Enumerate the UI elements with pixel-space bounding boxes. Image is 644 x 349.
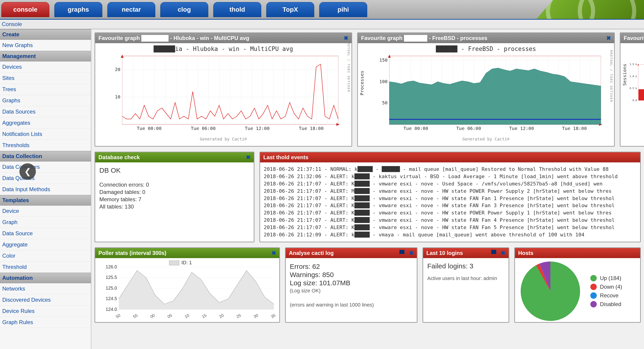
panel-last-logins: Last 10 logins ✖ Failed logins: 3 Active…	[422, 247, 509, 323]
window-icon[interactable]	[491, 250, 496, 254]
svg-text:0.5 k: 0.5 k	[630, 87, 637, 90]
panel-analyse-log: Analyse cacti log ✖ Errors: 62Warnings: …	[285, 247, 418, 323]
sidebar-item-trees[interactable]: Trees	[0, 84, 91, 95]
svg-text:124.0: 124.0	[106, 307, 117, 312]
tab-clog[interactable]: clog	[160, 2, 208, 17]
svg-text:0.0: 0.0	[632, 99, 637, 102]
sidebar-item-data-input-methods[interactable]: Data Input Methods	[0, 184, 91, 195]
svg-text:15: 15	[201, 313, 207, 319]
panel-fav-graph-2: Favourite graph ██████ - FreeBSD - proce…	[357, 32, 615, 147]
graph-poller[interactable]: ID: 1124.0124.5125.0125.5126.05055000510…	[98, 260, 276, 319]
panel-fav-graph-1: Favourite graph ███████ - Hluboka - win …	[94, 32, 352, 147]
svg-text:Tue 06:00: Tue 06:00	[456, 126, 481, 131]
event-row: 2018-06-26 21:17:07 - ALERT: K█████ - vm…	[264, 195, 636, 202]
sidebar-item-thresholds[interactable]: Thresholds	[0, 140, 91, 151]
legend-swatch	[590, 284, 597, 290]
svg-rect-74	[169, 260, 179, 265]
dashboard-content: Favourite graph ███████ - Hluboka - win …	[91, 29, 644, 349]
event-row: 2018-06-26 21:12:09 - ALERT: k█████ - vm…	[264, 231, 636, 238]
panel-title: Database check	[98, 154, 140, 160]
close-icon[interactable]: ✖	[409, 250, 414, 256]
sidebar-item-devices[interactable]: Devices	[0, 62, 91, 73]
panel-thold-events: Last thold events 2018-06-26 21:37:11 - …	[260, 152, 641, 242]
sidebar-item-graphs[interactable]: Graphs	[0, 95, 91, 106]
legend-label: Up (184)	[600, 275, 621, 282]
sidebar-item-data-collectors[interactable]: Data Collectors	[0, 162, 91, 173]
graph-sessions[interactable]: 0.00.5 k1.0 k1.5 k	[624, 46, 644, 123]
sidebar-item-color[interactable]: Color	[0, 250, 91, 262]
legend-row: Up (184)	[590, 275, 622, 282]
tab-pihi[interactable]: pihi	[319, 2, 367, 17]
db-line: Connection errors: 0	[99, 182, 250, 188]
active-users: Active users in last hour: admin	[427, 276, 504, 282]
tab-nectar[interactable]: nectar	[107, 2, 155, 17]
sidebar-item-sites[interactable]: Sites	[0, 73, 91, 84]
panel-title: Favourite graph ██████ - FreeBSD - proce…	[361, 35, 487, 41]
svg-text:50: 50	[382, 100, 388, 106]
y-axis-label: Sessions	[622, 64, 627, 86]
svg-text:10: 10	[115, 94, 120, 100]
event-row: 2018-06-26 21:17:07 - ALERT: M█████ - vm…	[264, 188, 636, 195]
svg-text:Tue 00:00: Tue 00:00	[137, 126, 162, 131]
panel-poller-stats: Poller stats (interval 300s) ✖ ID: 1124.…	[94, 247, 280, 323]
svg-text:100: 100	[379, 79, 388, 84]
sidebar-item-data-sources[interactable]: Data Sources	[0, 106, 91, 118]
svg-text:00: 00	[149, 313, 156, 319]
db-line: Damaged tables: 0	[99, 189, 250, 195]
svg-text:35: 35	[270, 313, 276, 319]
db-line: All tables: 130	[99, 204, 250, 210]
svg-text:50: 50	[115, 313, 121, 319]
tab-console[interactable]: console	[1, 2, 49, 17]
sidebar-item-device[interactable]: Device	[0, 206, 91, 217]
legend-swatch	[590, 292, 597, 299]
close-icon[interactable]: ✖	[272, 250, 276, 256]
sidebar-item-data-source[interactable]: Data Source	[0, 228, 91, 239]
sidebar-item-aggregate[interactable]: Aggregate	[0, 239, 91, 250]
sidebar-section-management: Management	[0, 51, 91, 62]
graph-title: ██████ - FreeBSD - processes	[362, 46, 610, 52]
window-icon[interactable]	[400, 250, 404, 254]
panel-title: Favourite graph ███████ - Hluboka - win …	[98, 35, 249, 41]
sidebar-item-graph[interactable]: Graph	[0, 217, 91, 228]
svg-text:125.5: 125.5	[106, 275, 117, 280]
graph-title: ██████ia - Hluboka - win - MultiCPU avg	[99, 46, 347, 52]
y-axis-label: Processes	[359, 70, 365, 95]
log-note-2: (errors and warning in last 1000 lines)	[290, 302, 413, 308]
sidebar-item-notification-lists[interactable]: Notification Lists	[0, 128, 91, 140]
graph-cpu[interactable]: 1020Tue 00:00Tue 06:00Tue 12:00Tue 18:00	[99, 54, 347, 136]
svg-text:20: 20	[218, 313, 224, 319]
panel-title: Last 10 logins	[426, 250, 463, 256]
top-tab-bar: consolegraphsnectarclogtholdTopXpihi	[0, 0, 644, 20]
event-row: 2018-06-26 21:37:11 - NORMAL: k█████ - █…	[264, 166, 636, 173]
sidebar-item-networks[interactable]: Networks	[0, 283, 91, 294]
graph-processes[interactable]: 50100150Tue 00:00Tue 06:00Tue 12:00Tue 1…	[362, 54, 610, 136]
sidebar-item-aggregates[interactable]: Aggregates	[0, 118, 91, 128]
svg-text:Tue 12:00: Tue 12:00	[245, 126, 270, 131]
event-row: 2018-06-26 21:17:07 - ALERT: K█████ - vm…	[264, 180, 636, 188]
sidebar-item-device-rules[interactable]: Device Rules	[0, 306, 91, 317]
tab-graphs[interactable]: graphs	[54, 2, 102, 17]
event-row: 2018-06-26 21:17:07 - ALERT: K█████ - vm…	[264, 209, 636, 216]
close-icon[interactable]: ✖	[606, 35, 611, 41]
tab-TopX[interactable]: TopX	[266, 2, 314, 17]
legend-row: Down (4)	[590, 284, 622, 290]
breadcrumb-text[interactable]: Console	[2, 21, 22, 28]
tab-thold[interactable]: thold	[213, 2, 261, 17]
sidebar-item-data-queries[interactable]: Data Queries	[0, 173, 91, 184]
sidebar-item-new-graphs[interactable]: New Graphs	[0, 40, 91, 51]
panel-title: Analyse cacti log	[289, 250, 334, 256]
carousel-prev-button[interactable]: ❮	[20, 163, 36, 180]
sidebar-item-graph-rules[interactable]: Graph Rules	[0, 317, 91, 328]
graph-caption: Generated by Cacti®	[99, 136, 347, 142]
graph-caption: Generated by Cacti®	[362, 136, 610, 142]
svg-text:30: 30	[253, 313, 259, 319]
sidebar-item-threshold[interactable]: Threshold	[0, 262, 91, 273]
svg-text:25: 25	[236, 313, 242, 319]
rrdtool-watermark: RRDTOOL / TOBI OETIKER	[347, 40, 350, 92]
analyse-line: Warnings: 850	[290, 271, 413, 279]
close-icon[interactable]: ✖	[501, 250, 506, 256]
app-logo	[537, 0, 644, 19]
close-icon[interactable]: ✖	[246, 154, 250, 160]
sidebar-item-discovered-devices[interactable]: Discovered Devices	[0, 294, 91, 306]
hosts-pie[interactable]	[520, 260, 581, 322]
